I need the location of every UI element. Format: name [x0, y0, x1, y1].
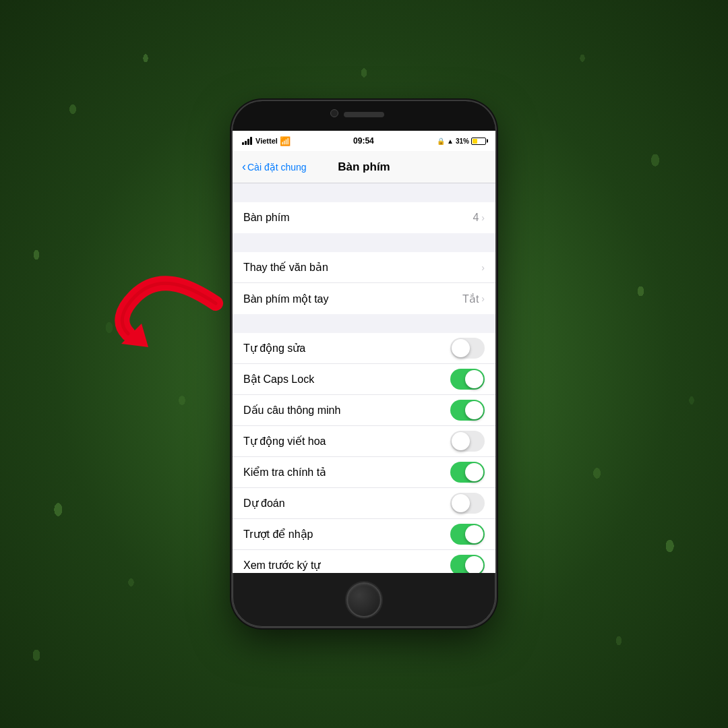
section-2: Thay thế văn bản › Bàn phím một tay Tắt … [233, 252, 495, 314]
kiem-tra-chinh-ta-label: Kiểm tra chính tả [243, 466, 326, 479]
ban-phim-value: 4 [473, 212, 479, 224]
back-chevron-icon: ‹ [242, 160, 246, 174]
xem-truoc-ky-tu-toggle-knob [465, 556, 483, 573]
page-title: Bàn phím [338, 160, 390, 174]
signal-icon [242, 137, 252, 145]
screen: Viettel 📶 09:54 🔒 ▲ 31% ‹ Cài đặt chung … [233, 131, 495, 573]
thay-the-van-ban-label: Thay thế văn bản [243, 261, 328, 274]
tu-dong-sua-toggle-knob [452, 339, 470, 357]
truot-de-nhap-toggle[interactable] [450, 524, 485, 545]
dau-cau-thong-minh-label: Dấu câu thông minh [243, 404, 340, 417]
bat-caps-lock-toggle[interactable] [450, 369, 485, 390]
truot-de-nhap-toggle-knob [465, 525, 483, 543]
status-right: 🔒 ▲ 31% [437, 138, 486, 145]
section-gap-2 [233, 233, 495, 252]
carrier-label: Viettel [255, 137, 278, 145]
list-item-dau-cau-thong-minh[interactable]: Dấu câu thông minh [233, 395, 495, 426]
earpiece [344, 112, 384, 117]
list-item-truot-de-nhap[interactable]: Trượt để nhập [233, 519, 495, 550]
section-gap-1 [233, 183, 495, 202]
tu-dong-viet-hoa-label: Tự động viết hoa [243, 435, 326, 448]
back-button[interactable]: ‹ Cài đặt chung [242, 160, 307, 174]
list-item-ban-phim[interactable]: Bàn phím 4 › [233, 202, 495, 233]
tu-dong-viet-hoa-toggle[interactable] [450, 431, 485, 452]
list-item-tu-dong-viet-hoa[interactable]: Tự động viết hoa [233, 426, 495, 457]
wifi-icon: 📶 [280, 136, 291, 146]
ban-phim-chevron-icon: › [481, 212, 485, 223]
status-bar: Viettel 📶 09:54 🔒 ▲ 31% [233, 131, 495, 151]
dau-cau-thong-minh-toggle-knob [465, 401, 483, 419]
battery-percent: 31% [456, 138, 469, 145]
thay-the-van-ban-right: › [481, 262, 485, 273]
ban-phim-mot-tay-label: Bàn phím một tay [243, 293, 329, 305]
thay-the-van-ban-chevron-icon: › [481, 262, 485, 273]
list-item-tu-dong-sua[interactable]: Tự động sửa [233, 333, 495, 364]
ban-phim-mot-tay-chevron-icon: › [481, 293, 485, 304]
section-1: Bàn phím 4 › [233, 202, 495, 233]
truot-de-nhap-label: Trượt để nhập [243, 528, 313, 541]
dau-cau-thong-minh-toggle[interactable] [450, 400, 485, 421]
du-doan-toggle-knob [452, 494, 470, 512]
du-doan-toggle[interactable] [450, 493, 485, 514]
list-item-thay-the-van-ban[interactable]: Thay thế văn bản › [233, 252, 495, 283]
ban-phim-mot-tay-value: Tắt [462, 293, 479, 305]
home-button[interactable] [346, 582, 382, 617]
bat-caps-lock-toggle-knob [465, 370, 483, 388]
list-item-xem-truoc-ky-tu[interactable]: Xem trước ký tự [233, 550, 495, 573]
bat-caps-lock-label: Bật Caps Lock [243, 373, 314, 386]
list-item-ban-phim-mot-tay[interactable]: Bàn phím một tay Tắt › [233, 283, 495, 314]
ban-phim-right: 4 › [473, 212, 485, 224]
kiem-tra-chinh-ta-toggle[interactable] [450, 462, 485, 483]
ban-phim-mot-tay-right: Tắt › [462, 293, 485, 305]
phone-frame: Viettel 📶 09:54 🔒 ▲ 31% ‹ Cài đặt chung … [233, 101, 495, 627]
xem-truoc-ky-tu-label: Xem trước ký tự [243, 559, 320, 572]
list-item-kiem-tra-chinh-ta[interactable]: Kiểm tra chính tả [233, 457, 495, 488]
du-doan-label: Dự đoán [243, 497, 285, 510]
tu-dong-sua-label: Tự động sửa [243, 342, 305, 355]
kiem-tra-chinh-ta-toggle-knob [465, 463, 483, 481]
list-item-du-doan[interactable]: Dự đoán [233, 488, 495, 519]
settings-content[interactable]: Bàn phím 4 › Thay thế văn bản › Bàn [233, 183, 495, 573]
status-left: Viettel 📶 [242, 136, 291, 146]
section-gap-3 [233, 314, 495, 333]
xem-truoc-ky-tu-toggle[interactable] [450, 555, 485, 573]
tu-dong-viet-hoa-toggle-knob [452, 432, 470, 450]
time-label: 09:54 [353, 136, 374, 146]
battery-icon [471, 138, 486, 145]
lock-icon: 🔒 [437, 138, 445, 145]
back-label[interactable]: Cài đặt chung [247, 162, 307, 173]
tu-dong-sua-toggle[interactable] [450, 338, 485, 359]
ban-phim-label: Bàn phím [243, 212, 289, 224]
list-item-bat-caps-lock[interactable]: Bật Caps Lock [233, 364, 495, 395]
location-icon: ▲ [447, 138, 454, 145]
camera [330, 109, 338, 117]
section-3: Tự động sửa Bật Caps Lock Dấu câu thông … [233, 333, 495, 573]
nav-bar: ‹ Cài đặt chung Bàn phím [233, 151, 495, 183]
